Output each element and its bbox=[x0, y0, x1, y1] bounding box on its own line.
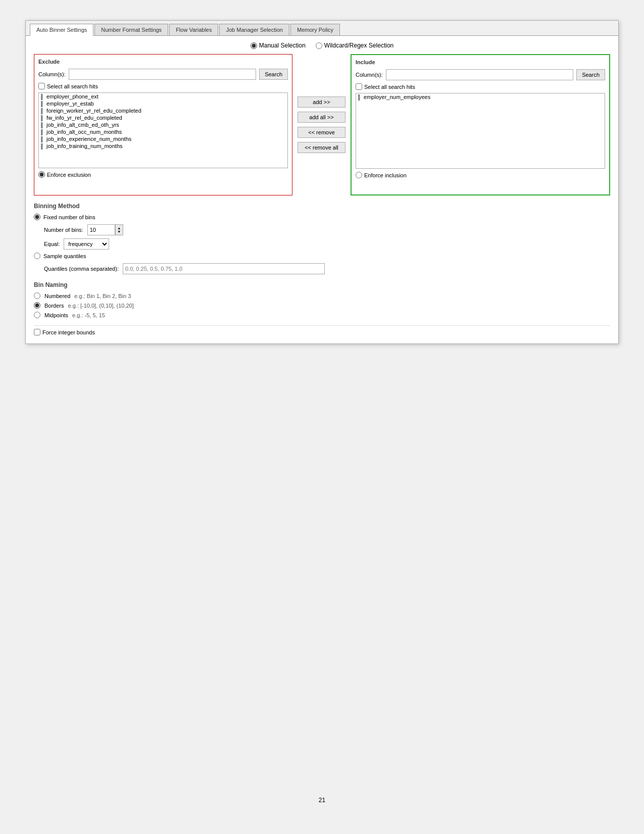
manual-selection-option[interactable]: Manual Selection bbox=[251, 42, 306, 49]
list-item[interactable]: ▌ fw_info_yr_rel_edu_completed bbox=[39, 114, 287, 121]
selection-mode-row: Manual Selection Wildcard/Regex Selectio… bbox=[34, 42, 610, 49]
tab-memory-policy[interactable]: Memory Policy bbox=[290, 24, 340, 35]
list-item-icon: ▌ bbox=[41, 115, 44, 121]
include-panel: Include Column(s): Search Select all sea… bbox=[351, 54, 610, 195]
tab-bar: Auto Binner Settings Number Format Setti… bbox=[26, 21, 618, 36]
fixed-bins-row[interactable]: Fixed number of bins bbox=[34, 214, 610, 220]
numbered-option[interactable]: Numbered e.g.: Bin 1, Bin 2, Bin 3 bbox=[34, 292, 610, 299]
list-item-label: foreign_worker_yr_rel_edu_completed bbox=[46, 108, 141, 114]
quantiles-row: Quantiles (comma separated): bbox=[44, 263, 610, 274]
tab-job-manager[interactable]: Job Manager Selection bbox=[219, 24, 289, 35]
numbered-desc: e.g.: Bin 1, Bin 2, Bin 3 bbox=[74, 293, 131, 299]
num-bins-row: Number of bins: 10 ▲ ▼ bbox=[44, 224, 610, 235]
page-number: 21 bbox=[319, 797, 325, 804]
footer-row: Force integer bounds bbox=[34, 325, 610, 335]
fixed-bins-label: Fixed number of bins bbox=[43, 214, 95, 220]
list-item-label: employer_num_employees bbox=[364, 94, 430, 100]
include-list-box[interactable]: ▌ employer_num_employees bbox=[356, 93, 605, 169]
add-all-button[interactable]: add all >> bbox=[298, 112, 345, 123]
list-item-icon: ▌ bbox=[41, 122, 44, 128]
list-item[interactable]: ▌ job_info_experience_num_months bbox=[39, 135, 287, 142]
manual-selection-label: Manual Selection bbox=[259, 42, 306, 49]
add-button[interactable]: add >> bbox=[298, 96, 345, 108]
list-item[interactable]: ▌ foreign_worker_yr_rel_edu_completed bbox=[39, 107, 287, 114]
list-item-label: job_info_training_num_months bbox=[46, 143, 122, 149]
enforce-inclusion-radio[interactable] bbox=[356, 172, 362, 178]
force-integer-bounds-label: Force integer bounds bbox=[42, 329, 95, 335]
list-item-label: employer_phone_ext bbox=[46, 93, 98, 100]
include-select-all-label: Select all search hits bbox=[364, 84, 415, 90]
include-select-all-row[interactable]: Select all search hits bbox=[356, 83, 605, 90]
exclude-select-all-label: Select all search hits bbox=[47, 83, 98, 89]
wildcard-selection-label: Wildcard/Regex Selection bbox=[324, 42, 393, 49]
exclude-column-input[interactable] bbox=[69, 69, 256, 80]
include-enforce-row[interactable]: Enforce inclusion bbox=[356, 172, 605, 178]
exclude-search-button[interactable]: Search bbox=[259, 69, 288, 80]
exclude-enforce-row[interactable]: Enforce exclusion bbox=[38, 171, 288, 178]
list-item[interactable]: ▌ job_info_alt_occ_num_months bbox=[39, 128, 287, 135]
include-column-input[interactable] bbox=[386, 69, 573, 80]
include-column-label: Column(s): bbox=[356, 72, 383, 78]
list-item[interactable]: ▌ employer_phone_ext bbox=[39, 93, 287, 100]
enforce-exclusion-radio[interactable] bbox=[38, 171, 45, 178]
spinner-down[interactable]: ▼ bbox=[117, 230, 121, 233]
force-integer-bounds-checkbox[interactable] bbox=[34, 329, 40, 335]
include-select-all-checkbox[interactable] bbox=[356, 83, 362, 90]
remove-button[interactable]: << remove bbox=[298, 127, 345, 138]
include-legend: Include bbox=[356, 59, 605, 65]
list-item-label: job_info_experience_num_months bbox=[46, 136, 131, 142]
midpoints-desc: e.g.: -5, 5, 15 bbox=[72, 312, 105, 318]
quantiles-label: Quantiles (comma separated): bbox=[44, 266, 119, 272]
fixed-bins-radio[interactable] bbox=[34, 214, 40, 220]
wildcard-selection-option[interactable]: Wildcard/Regex Selection bbox=[316, 42, 393, 49]
midpoints-radio[interactable] bbox=[34, 312, 40, 318]
columns-wrapper: Exclude Column(s): Search Select all sea… bbox=[34, 54, 610, 195]
list-item-icon: ▌ bbox=[41, 136, 44, 142]
list-item-label: employer_yr_estab bbox=[46, 101, 94, 107]
list-item-icon: ▌ bbox=[41, 129, 44, 135]
num-bins-spinner[interactable]: 10 ▲ ▼ bbox=[87, 224, 123, 235]
exclude-search-row: Column(s): Search bbox=[38, 69, 288, 80]
list-item[interactable]: ▌ employer_num_employees bbox=[356, 93, 605, 101]
borders-label: Borders bbox=[44, 303, 64, 309]
main-content: Manual Selection Wildcard/Regex Selectio… bbox=[26, 36, 618, 344]
tab-number-format[interactable]: Number Format Settings bbox=[94, 24, 168, 35]
sample-quantiles-radio[interactable] bbox=[34, 253, 40, 259]
list-item[interactable]: ▌ job_info_alt_cmb_ed_oth_yrs bbox=[39, 121, 287, 128]
exclude-list-box[interactable]: ▌ employer_phone_ext ▌ employer_yr_estab… bbox=[38, 92, 288, 168]
binning-method-section: Binning Method Fixed number of bins Numb… bbox=[34, 203, 610, 274]
quantiles-input[interactable] bbox=[123, 263, 325, 274]
exclude-panel: Exclude Column(s): Search Select all sea… bbox=[34, 54, 292, 195]
tab-auto-binner[interactable]: Auto Binner Settings bbox=[30, 24, 93, 36]
spinner-up[interactable]: ▲ bbox=[117, 226, 121, 230]
spinner-buttons[interactable]: ▲ ▼ bbox=[115, 224, 123, 235]
borders-radio[interactable] bbox=[34, 302, 40, 309]
equal-dropdown[interactable]: frequency width bbox=[64, 238, 109, 250]
include-search-row: Column(s): Search bbox=[356, 69, 605, 80]
numbered-radio[interactable] bbox=[34, 292, 40, 299]
equal-label: Equal: bbox=[44, 241, 60, 247]
sample-quantiles-row[interactable]: Sample quantiles bbox=[34, 253, 610, 259]
borders-desc: e.g.: [-10,0], (0,10], (10,20] bbox=[68, 303, 134, 309]
manual-selection-radio[interactable] bbox=[251, 42, 257, 49]
list-item-icon: ▌ bbox=[41, 94, 44, 100]
exclude-select-all-row[interactable]: Select all search hits bbox=[38, 83, 288, 89]
list-item-label: job_info_alt_cmb_ed_oth_yrs bbox=[46, 122, 119, 128]
borders-option[interactable]: Borders e.g.: [-10,0], (0,10], (10,20] bbox=[34, 302, 610, 309]
wildcard-selection-radio[interactable] bbox=[316, 42, 322, 49]
tab-flow-variables[interactable]: Flow Variables bbox=[169, 24, 218, 35]
num-bins-label: Number of bins: bbox=[44, 227, 83, 233]
numbered-label: Numbered bbox=[44, 293, 70, 299]
list-item-label: job_info_alt_occ_num_months bbox=[46, 129, 122, 135]
binning-method-title: Binning Method bbox=[34, 203, 610, 210]
exclude-select-all-checkbox[interactable] bbox=[38, 83, 45, 89]
list-item[interactable]: ▌ job_info_training_num_months bbox=[39, 142, 287, 150]
list-item[interactable]: ▌ employer_yr_estab bbox=[39, 100, 287, 107]
list-item-icon: ▌ bbox=[41, 108, 44, 114]
remove-all-button[interactable]: << remove all bbox=[298, 142, 345, 153]
exclude-legend: Exclude bbox=[38, 59, 288, 65]
midpoints-label: Midpoints bbox=[44, 312, 68, 318]
include-search-button[interactable]: Search bbox=[576, 69, 605, 80]
num-bins-input[interactable]: 10 bbox=[87, 224, 115, 235]
midpoints-option[interactable]: Midpoints e.g.: -5, 5, 15 bbox=[34, 312, 610, 318]
